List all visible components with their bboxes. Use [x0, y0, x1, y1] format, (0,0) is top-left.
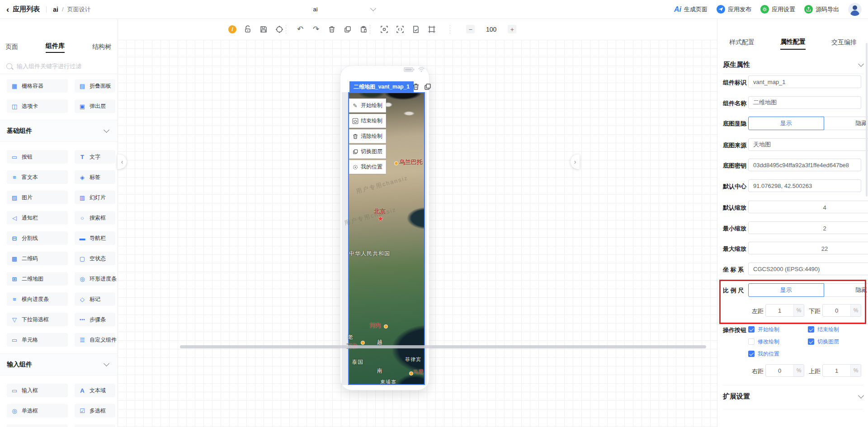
map-clear-draw-button[interactable]: 清除绘制 — [349, 129, 386, 143]
component-item-marker[interactable]: ◇标记 — [75, 292, 115, 306]
default-center-input[interactable] — [748, 179, 861, 192]
redo-icon[interactable]: ↷ — [311, 25, 321, 34]
preview-eye-icon[interactable] — [380, 25, 389, 34]
component-id-input[interactable] — [748, 75, 861, 88]
selected-component-tag[interactable]: 二维地图_vant_map_1 — [349, 81, 414, 92]
checkbox-modify-draw[interactable]: 修改绘制 — [748, 338, 779, 346]
button-top-offset-input[interactable] — [823, 365, 850, 376]
delete-icon[interactable] — [327, 25, 336, 34]
component-item-nav-bar[interactable]: ▬导航栏 — [75, 231, 115, 245]
component-item-button[interactable]: ▭按钮 — [7, 150, 68, 164]
tab-style-config[interactable]: 样式配置 — [729, 38, 755, 49]
scale-hide-option[interactable]: 隐藏 — [824, 283, 868, 297]
component-item-empty-state[interactable]: ▢空状态 — [75, 252, 115, 265]
delete-component-icon[interactable] — [412, 83, 420, 91]
component-item-circular-progress[interactable]: ◎环形进度条 — [75, 272, 115, 286]
page-check-icon[interactable] — [411, 25, 420, 34]
component-item-input-box[interactable]: ▭输入框 — [7, 384, 68, 397]
app-settings-button[interactable]: 应用设置 — [760, 5, 795, 14]
component-item-tag[interactable]: ◈标签 — [75, 170, 115, 184]
basemap-show-option[interactable]: 显示 — [748, 117, 824, 130]
component-item-tabs[interactable]: ◫选项卡 — [7, 99, 68, 113]
map-end-draw-button[interactable]: 结束绘制 — [349, 114, 386, 128]
component-item-popup-layer[interactable]: ▣弹出层 — [75, 99, 115, 113]
tab-structure-tree[interactable]: 结构树 — [92, 43, 111, 53]
zoom-in-button[interactable]: + — [508, 25, 516, 33]
component-item-textarea[interactable]: A文本域 — [75, 384, 115, 397]
tab-pages[interactable]: 页面 — [5, 43, 18, 53]
horizontal-scrollbar[interactable] — [180, 345, 706, 348]
scale-bottom-offset-input[interactable] — [823, 305, 850, 316]
component-item-image[interactable]: ▨图片 — [7, 191, 68, 204]
info-badge-icon[interactable]: i — [228, 25, 236, 33]
checkbox-icon[interactable] — [748, 338, 755, 345]
zoom-out-button[interactable]: − — [466, 25, 475, 33]
map-start-draw-button[interactable]: ✎ 开始绘制 — [349, 99, 386, 113]
section-extended-settings[interactable]: 扩展设置 — [723, 390, 863, 403]
scale-show-option[interactable]: 显示 — [748, 283, 824, 297]
generate-page-button[interactable]: Ai 生成页面 — [674, 5, 708, 14]
component-item-partial[interactable] — [75, 424, 115, 427]
component-item-search-box[interactable]: ○搜索框 — [75, 211, 115, 225]
component-name-input[interactable] — [748, 96, 861, 109]
undo-icon[interactable]: ↶ — [296, 25, 305, 34]
max-zoom-input[interactable] — [749, 242, 868, 255]
app-publish-button[interactable]: 应用发布 — [717, 5, 751, 14]
component-item-radio[interactable]: ◎单选框 — [7, 404, 68, 418]
checkbox-icon[interactable] — [808, 326, 814, 333]
tab-component-library[interactable]: 组件库 — [46, 42, 65, 53]
back-to-app-list[interactable]: 应用列表 — [13, 5, 40, 14]
copy-component-icon[interactable] — [424, 83, 432, 91]
map-my-location-button[interactable]: 我的位置 — [349, 160, 386, 174]
page-select-dropdown[interactable]: ai — [251, 0, 380, 19]
checkbox-icon[interactable] — [748, 326, 755, 333]
component-item-grid-container[interactable]: ▦栅格容器 — [7, 79, 68, 93]
paste-icon[interactable] — [359, 25, 368, 34]
component-item-rich-text[interactable]: ≡富文本 — [7, 170, 68, 184]
component-item-collapse-panel[interactable]: ▤折叠面板 — [75, 79, 115, 93]
checkbox-start-draw[interactable]: 开始绘制 — [748, 325, 779, 333]
save-icon[interactable] — [259, 25, 268, 34]
tab-property-config[interactable]: 属性配置 — [780, 38, 806, 50]
component-item-slideshow[interactable]: ▥幻灯片 — [75, 191, 115, 204]
checkbox-icon[interactable] — [808, 338, 814, 345]
component-search-input[interactable] — [16, 62, 108, 70]
tab-interaction-editor[interactable]: 交互编排 — [831, 38, 857, 49]
map-switch-layer-button[interactable]: 切换图层 — [349, 145, 386, 159]
component-item-dropdown-filter[interactable]: ▽下拉筛选框 — [7, 313, 68, 326]
component-item-text[interactable]: T文字 — [75, 150, 115, 164]
min-zoom-input[interactable] — [749, 222, 868, 235]
component-item-checkbox[interactable]: ☑多选框 — [75, 404, 115, 418]
checkbox-end-draw[interactable]: 结束绘制 — [808, 325, 839, 333]
basemap-hide-option[interactable]: 隐藏 — [824, 117, 868, 130]
checkbox-my-location[interactable]: 我的位置 — [748, 350, 779, 358]
panel-scrollbar[interactable] — [866, 43, 868, 197]
component-item-map-2d[interactable]: ⊞二维地图 — [7, 272, 68, 286]
component-item-partial[interactable] — [7, 424, 68, 427]
component-item-horizontal-progress[interactable]: ≡横向进度条 — [7, 292, 68, 306]
checkbox-switch-layer[interactable]: 切换图层 — [808, 338, 839, 346]
component-item-steps[interactable]: ⋯步骤条 — [75, 313, 115, 326]
breadcrumb-app[interactable]: ai — [53, 6, 58, 13]
basemap-key-input[interactable] — [748, 159, 861, 171]
source-code-icon[interactable] — [396, 25, 405, 34]
coordinate-system-select[interactable]: CGCS2000 (EPSG:4490) — [748, 263, 868, 275]
frame-bounds-icon[interactable] — [427, 25, 436, 34]
default-zoom-input[interactable] — [749, 201, 868, 214]
component-item-custom-component[interactable]: ☰自定义组件 — [75, 333, 115, 347]
checkbox-icon[interactable] — [748, 351, 755, 357]
section-native-properties[interactable]: 原生属性 — [723, 58, 863, 71]
back-chevron-icon[interactable]: ‹ — [6, 5, 9, 14]
duplicate-icon[interactable] — [343, 25, 352, 34]
group-input-components[interactable]: 输入组件 — [0, 353, 118, 375]
code-export-button[interactable]: 源码导出 — [804, 5, 839, 14]
button-right-offset-input[interactable] — [766, 365, 793, 376]
user-avatar[interactable] — [848, 3, 862, 16]
component-item-qr-code[interactable]: ▩二维码 — [7, 252, 68, 265]
unlock-icon[interactable] — [243, 25, 252, 34]
component-item-notice-bar[interactable]: ◁通知栏 — [7, 211, 68, 225]
basemap-source-select[interactable]: 天地图 — [748, 138, 868, 151]
center-target-icon[interactable] — [275, 25, 284, 34]
scale-left-offset-input[interactable] — [766, 305, 793, 316]
component-item-divider[interactable]: ⊟分割线 — [7, 231, 68, 245]
